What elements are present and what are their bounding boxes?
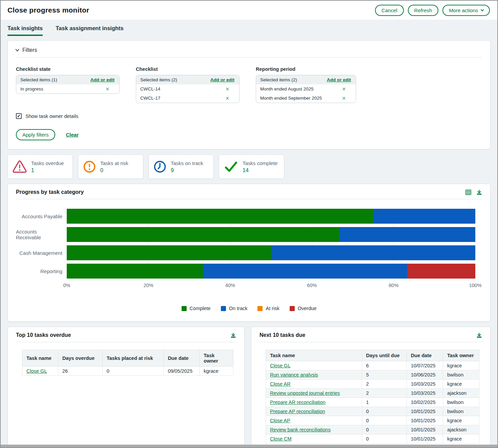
table-header-row: Task nameDays overdueTasks placed at ris… (22, 350, 233, 367)
selected-item-row: CWCL-14✕ (136, 84, 239, 94)
chart-title: Progress by task category (16, 189, 84, 195)
chart-toolbar (465, 189, 482, 195)
download-icon[interactable] (230, 332, 236, 338)
task-link[interactable]: Close AP (270, 418, 290, 423)
tab-bar: Task insights Task assignment insights (1, 20, 497, 36)
stat-label: Tasks at risk (100, 160, 128, 166)
task-link[interactable]: Review bank reconciliations (270, 427, 331, 432)
filters-panel: Filters Checklist stateSelected items (1… (7, 40, 491, 149)
exclamation-circle-icon (83, 160, 96, 173)
bar-segment-on-track[interactable] (339, 227, 475, 242)
filters-actions: Apply filters Clear (16, 129, 482, 140)
selected-items-box: Selected items (2)Add or editCWCL-14✕CWC… (136, 75, 240, 103)
progress-chart-card: Progress by task category Accounts Payab… (7, 184, 491, 322)
stats-row: Tasks overdue1Tasks at risk0Tasks on tra… (7, 155, 491, 179)
selected-item-label: In progress (20, 86, 43, 91)
selected-item-row: Month ended August 2025✕ (256, 84, 356, 94)
filter-group: Checklist stateSelected items (1)Add or … (16, 66, 120, 103)
task-link[interactable]: Run variance analysis (270, 372, 318, 378)
legend-swatch (290, 306, 295, 311)
remove-item-icon[interactable]: ✕ (225, 87, 229, 91)
add-or-edit-link[interactable]: Add or edit (90, 77, 115, 82)
x-axis-tick: 40% (225, 283, 235, 288)
filter-group: ChecklistSelected items (2)Add or editCW… (136, 66, 240, 103)
table-cell: 26 (58, 367, 102, 376)
stat-label: Tasks overdue (31, 160, 64, 166)
download-icon[interactable] (476, 332, 482, 338)
chart-bar (67, 245, 475, 260)
more-actions-button[interactable]: More actions (442, 5, 490, 16)
table-cell: 2 (362, 389, 407, 398)
table-cell: kgrace (443, 380, 479, 389)
task-link[interactable]: Close GL (26, 368, 47, 374)
bar-segment-complete[interactable] (67, 227, 339, 242)
task-link[interactable]: Review unposted journal entries (270, 390, 340, 396)
download-icon[interactable] (476, 189, 482, 195)
filter-group-label: Checklist (136, 66, 240, 72)
table-cell: 5 (362, 370, 407, 380)
chevron-down-icon (481, 8, 484, 12)
show-task-owner-checkbox[interactable]: ✓ (16, 113, 22, 119)
bar-segment-complete[interactable] (67, 209, 373, 224)
stat-card: Tasks complete14 (219, 155, 284, 179)
task-link[interactable]: Prepare AR reconciliation (270, 400, 326, 405)
task-link[interactable]: Close CM (270, 436, 292, 442)
column-header: Task owner (200, 350, 233, 367)
task-link[interactable]: Close GL (270, 363, 290, 368)
table-row: Prepare AP reconciliation010/01/2025bwil… (266, 407, 479, 416)
selected-item-label: CWCL-14 (140, 86, 160, 91)
x-axis-tick: 100% (469, 283, 481, 288)
tab-task-insights[interactable]: Task insights (7, 25, 43, 36)
bar-segment-on-track[interactable] (203, 264, 407, 279)
clock-icon (153, 160, 166, 173)
table-cell: 10/02/2025 (407, 398, 443, 407)
apply-filters-button[interactable]: Apply filters (16, 129, 55, 140)
table-cell: bwilson (443, 370, 479, 380)
remove-item-icon[interactable]: ✕ (342, 96, 346, 101)
stat-label: Tasks on track (171, 160, 203, 166)
column-header: Task name (266, 350, 362, 361)
task-link[interactable]: Prepare AP reconciliation (270, 409, 325, 414)
tab-task-assignment-insights[interactable]: Task assignment insights (56, 25, 124, 36)
refresh-button[interactable]: Refresh (408, 5, 439, 16)
table-cell: 10/07/2025 (407, 361, 443, 370)
bar-segment-overdue[interactable] (407, 264, 475, 279)
stat-value: 1 (31, 167, 64, 174)
stat-text: Tasks overdue1 (31, 160, 64, 174)
bar-segment-complete[interactable] (67, 264, 203, 279)
table-cell: 10/06/2025 (407, 370, 443, 380)
add-or-edit-link[interactable]: Add or edit (210, 77, 234, 82)
task-name-cell: Review bank reconciliations (266, 425, 362, 434)
table-row: Close GL26009/05/2025kgrace (22, 367, 233, 376)
column-header: Task name (22, 350, 58, 367)
checkmark-icon (224, 160, 238, 173)
cancel-button[interactable]: Cancel (375, 5, 404, 16)
tables-row: Top 10 tasks overdue Task nameDays overd… (7, 327, 491, 448)
remove-item-icon[interactable]: ✕ (105, 87, 109, 91)
window-bottom-scrollbar[interactable] (1, 445, 497, 447)
task-name-cell: Close AR (266, 380, 362, 389)
column-header: Days overdue (58, 350, 102, 367)
remove-item-icon[interactable]: ✕ (225, 96, 229, 101)
bar-segment-on-track[interactable] (373, 209, 476, 224)
task-name-cell: Prepare AP reconciliation (266, 407, 362, 416)
table-cell: bwilson (443, 398, 479, 407)
legend-item: Complete (182, 306, 211, 311)
table-cell: 0 (362, 416, 407, 425)
table-cell: 0 (362, 434, 407, 444)
filters-collapse-toggle[interactable]: Filters (16, 46, 482, 58)
page-title: Close progress monitor (7, 6, 89, 14)
table-view-icon[interactable] (465, 189, 471, 195)
clear-filters-link[interactable]: Clear (66, 132, 79, 138)
table-cell: 10/01/2025 (407, 407, 443, 416)
selected-items-header: Selected items (1)Add or edit (16, 75, 119, 84)
bar-segment-complete[interactable] (67, 245, 271, 260)
add-or-edit-link[interactable]: Add or edit (327, 77, 351, 82)
task-link[interactable]: Close AR (270, 381, 290, 387)
remove-item-icon[interactable]: ✕ (342, 87, 346, 91)
table-cell: 10/03/2025 (407, 389, 443, 398)
stat-text: Tasks at risk0 (100, 160, 128, 174)
bar-segment-on-track[interactable] (271, 245, 475, 260)
chart-x-axis: 0%20%40%60%80%100% (67, 283, 475, 289)
filter-groups: Checklist stateSelected items (1)Add or … (16, 66, 482, 103)
